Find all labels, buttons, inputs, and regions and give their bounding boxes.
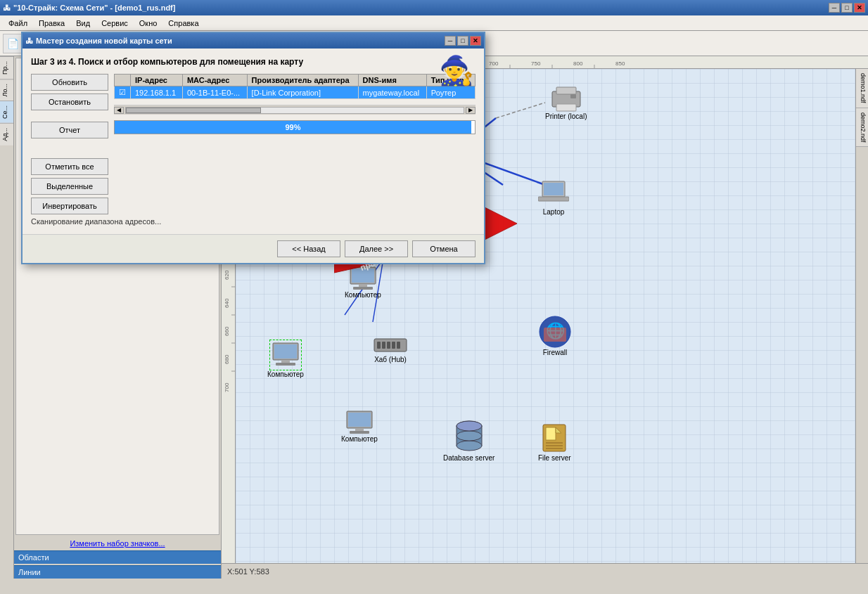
- select-all-button[interactable]: Отметить все: [31, 158, 108, 175]
- svg-text:680: 680: [224, 354, 230, 364]
- window-title: "10-Страйк: Схема Сети" - [demo1_rus.ndf…: [13, 4, 175, 12]
- scrollbar-track[interactable]: [125, 107, 464, 114]
- change-icons-link[interactable]: Изменить набор значков...: [64, 536, 170, 550]
- node-firewall[interactable]: 🌐 Firewall: [538, 315, 572, 356]
- dialog-close[interactable]: ✕: [470, 36, 481, 46]
- svg-rect-110: [281, 360, 290, 363]
- row-ip: 192.168.1.1: [131, 86, 183, 99]
- svg-text:640: 640: [224, 298, 230, 308]
- menu-bar: Файл Правка Вид Сервис Окно Справка: [0, 15, 868, 31]
- svg-rect-83: [556, 87, 576, 94]
- progress-bar: 99%: [115, 121, 471, 134]
- dialog-icon: 🖧: [25, 37, 33, 45]
- cursor-coords: X:501 Y:583: [227, 567, 269, 576]
- refresh-button[interactable]: Обновить: [31, 74, 108, 91]
- scroll-left[interactable]: ◀: [114, 107, 124, 114]
- node-computer3[interactable]: Компьютер: [341, 410, 378, 443]
- node-hub[interactable]: Хаб (Hub): [373, 336, 408, 363]
- svg-rect-115: [387, 342, 390, 349]
- rtab-demo1[interactable]: demo1.ndf: [856, 69, 868, 108]
- node-fileserver[interactable]: File server: [538, 420, 571, 462]
- menu-help[interactable]: Справка: [162, 18, 204, 29]
- menu-edit[interactable]: Правка: [33, 18, 70, 29]
- svg-text:700: 700: [224, 382, 230, 392]
- row-mac: 00-1B-11-E0-...: [182, 86, 247, 99]
- menu-service[interactable]: Сервис: [96, 18, 134, 29]
- svg-rect-119: [348, 413, 371, 427]
- svg-rect-84: [556, 104, 576, 111]
- svg-rect-109: [274, 344, 297, 359]
- scrollbar-thumb[interactable]: [126, 108, 261, 113]
- svg-text:800: 800: [573, 60, 583, 67]
- node-computer2[interactable]: Компьютер: [267, 340, 304, 378]
- table-scrollbar[interactable]: ◀ ▶: [114, 105, 476, 115]
- node-computer3-label: Компьютер: [341, 435, 378, 443]
- menu-file[interactable]: Файл: [3, 18, 33, 29]
- col-ip[interactable]: IP-адрес: [131, 75, 183, 86]
- dialog-title-bar: 🖧 Мастер создания новой карты сети ─ □ ✕: [23, 33, 484, 49]
- table-row[interactable]: ☑ 192.168.1.1 00-1B-11-E0-... [D-Link Co…: [115, 86, 476, 99]
- invert-button[interactable]: Инвертировать: [31, 198, 108, 214]
- rtab-demo2[interactable]: demo2.ndf: [856, 108, 868, 148]
- change-icons-area: Изменить набор значков...: [14, 536, 221, 550]
- dialog-body: 🧙 Шаг 3 из 4. Поиск и отбор компьютеров …: [23, 49, 484, 234]
- node-laptop-label: Laptop: [543, 208, 565, 216]
- cancel-button[interactable]: Отмена: [412, 240, 476, 257]
- minimize-button[interactable]: ─: [829, 3, 840, 13]
- svg-rect-95: [544, 183, 563, 195]
- svg-point-124: [457, 441, 482, 451]
- scroll-right[interactable]: ▶: [466, 107, 476, 114]
- col-dns[interactable]: DNS-имя: [358, 75, 426, 86]
- node-computer2-label: Компьютер: [267, 370, 304, 378]
- node-firewall-label: Firewall: [543, 349, 567, 356]
- stop-button[interactable]: Остановить: [31, 93, 108, 110]
- row-type: Роутер: [426, 86, 475, 99]
- sidebar-section-areas[interactable]: Области: [14, 550, 221, 564]
- right-vtabs: demo1.ndf demo2.ndf: [855, 69, 868, 563]
- scan-table-area: IP-адрес МАС-адрес Производитель адаптер…: [114, 74, 476, 214]
- toolbar-new[interactable]: 📄: [3, 34, 23, 53]
- node-database[interactable]: Database server: [443, 420, 494, 462]
- col-check: [115, 75, 131, 86]
- dialog-maximize[interactable]: □: [457, 36, 468, 46]
- menu-window[interactable]: Окно: [134, 18, 163, 29]
- title-bar: 🖧 "10-Страйк: Схема Сети" - [demo1_rus.n…: [0, 0, 868, 15]
- progress-container: 99%: [114, 120, 476, 134]
- dialog-wizard: 🖧 Мастер создания новой карты сети ─ □ ✕…: [21, 32, 485, 264]
- row-dns: mygateway.local: [358, 86, 426, 99]
- sidebar-section-lines[interactable]: Линии: [14, 565, 221, 579]
- svg-line-80: [496, 103, 545, 118]
- svg-rect-116: [392, 342, 395, 349]
- svg-rect-85: [570, 94, 576, 98]
- svg-text:750: 750: [531, 60, 541, 67]
- vtab-cat[interactable]: Се...: [0, 101, 13, 123]
- node-printer-local[interactable]: Printer (local): [545, 84, 587, 120]
- node-laptop[interactable]: Laptop: [538, 180, 569, 216]
- next-button[interactable]: Далее >>: [345, 240, 408, 257]
- report-button[interactable]: Отчет: [31, 122, 108, 138]
- vtab-log[interactable]: Ло...: [0, 79, 13, 101]
- svg-rect-117: [397, 342, 400, 349]
- close-button[interactable]: ✕: [854, 3, 865, 13]
- node-fileserver-label: File server: [538, 454, 571, 462]
- back-button[interactable]: << Назад: [277, 240, 340, 257]
- svg-rect-121: [350, 431, 369, 434]
- svg-rect-111: [276, 363, 295, 366]
- vtab-properties[interactable]: Пр...: [0, 56, 13, 79]
- col-mac[interactable]: МАС-адрес: [182, 75, 247, 86]
- svg-rect-96: [538, 197, 569, 201]
- vtab-addr[interactable]: Ад...: [0, 123, 13, 146]
- col-vendor[interactable]: Производитель адаптера: [247, 75, 358, 86]
- menu-view[interactable]: Вид: [70, 18, 96, 29]
- dialog-minimize[interactable]: ─: [445, 36, 456, 46]
- maximize-button[interactable]: □: [841, 3, 853, 13]
- row-checkbox[interactable]: ☑: [115, 86, 131, 99]
- selected-button[interactable]: Выделенные: [31, 178, 108, 195]
- app-icon: 🖧: [3, 4, 11, 12]
- scan-results-table: IP-адрес МАС-адрес Производитель адаптер…: [114, 74, 476, 99]
- progress-label: 99%: [285, 123, 300, 131]
- left-vtabs: Пр... Ло... Се... Ад...: [0, 56, 14, 579]
- wizard-icon: 🧙: [439, 54, 474, 87]
- node-database-label: Database server: [443, 454, 494, 462]
- svg-text:660: 660: [224, 326, 230, 336]
